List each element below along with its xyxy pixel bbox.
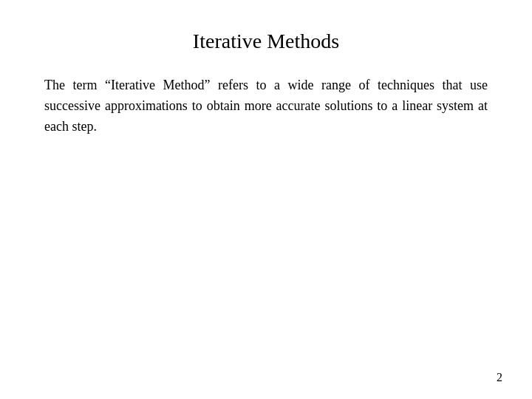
slide-body: The term “Iterative Method” refers to a … — [44, 75, 488, 137]
slide-container: Iterative Methods The term “Iterative Me… — [0, 0, 532, 399]
page-number: 2 — [497, 371, 502, 384]
slide-title: Iterative Methods — [44, 30, 488, 53]
